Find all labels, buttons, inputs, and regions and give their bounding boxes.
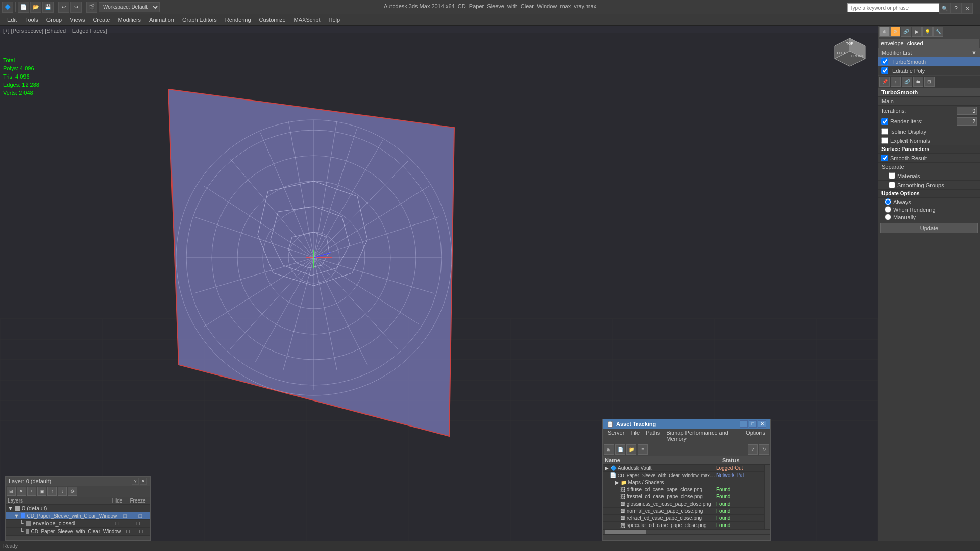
manually-radio[interactable]	[885, 214, 891, 220]
viewport[interactable]: [+] [Perspective] [Shaded + Edged Faces]…	[0, 26, 878, 551]
menu-animation[interactable]: Animation	[145, 16, 178, 24]
explicit-normals-label: Explicit Normals	[890, 138, 930, 144]
menu-group[interactable]: Group	[42, 16, 66, 24]
layer-scrollbar[interactable]	[6, 535, 150, 540]
create-panel-btn[interactable]: ⊕	[879, 27, 890, 37]
smooth-result-checkbox[interactable]	[881, 155, 888, 161]
modifier-editable-poly-checkbox[interactable]	[881, 67, 888, 74]
asset-close-btn[interactable]: ✕	[758, 420, 766, 428]
when-rendering-radio[interactable]	[885, 206, 891, 213]
render-iters-input[interactable]	[957, 117, 977, 126]
asset-tb-4[interactable]: ≡	[638, 444, 648, 455]
motion-btn[interactable]: ▶	[912, 27, 922, 37]
render-btn[interactable]: 🎬	[86, 2, 97, 13]
render-iters-checkbox[interactable]	[881, 118, 888, 125]
right-panel: ⊕ ⚙ 🔗 ▶ 💡 🔧 Modifier List ▼ TurboSmooth …	[878, 26, 980, 551]
asset-maximize-btn[interactable]: □	[749, 420, 757, 428]
menu-maxscript[interactable]: MAXScript	[290, 16, 325, 24]
list-item[interactable]: ▶ 📁 Maps / Shaders	[603, 479, 764, 486]
modifier-list-dropdown-icon[interactable]: ▼	[971, 49, 977, 56]
collapse-btn[interactable]: ⊟	[924, 77, 935, 87]
list-item[interactable]: 🖼 diffuse_cd_case_pape_close.png Found	[603, 486, 764, 493]
layer-delete-btn[interactable]: ✕	[17, 487, 26, 496]
undo-btn[interactable]: ↩	[58, 2, 69, 13]
layer-close-btn[interactable]: ✕	[140, 478, 147, 485]
asset-tb-1[interactable]: ⊞	[604, 444, 614, 455]
display-btn[interactable]: 💡	[922, 27, 933, 37]
explicit-normals-checkbox[interactable]	[881, 137, 888, 144]
list-item[interactable]: 🖼 specular_cd_case_pape_close.png Found	[603, 522, 764, 529]
asset-minimize-btn[interactable]: —	[740, 420, 748, 428]
new-btn[interactable]: 📄	[18, 2, 29, 13]
help-icon[interactable]: ?	[950, 3, 962, 14]
move-modifier-btn[interactable]: ↕	[891, 77, 901, 87]
mirror-btn[interactable]: ⇆	[913, 77, 923, 87]
menu-create[interactable]: Create	[89, 16, 114, 24]
asset-menu-server[interactable]: Server	[605, 429, 627, 442]
list-item[interactable]: 🖼 fresnel_cd_case_pape_close.png Found	[603, 493, 764, 500]
asset-menu-options[interactable]: Options	[743, 429, 768, 442]
layer-add-btn[interactable]: +	[27, 487, 36, 496]
layer-settings-btn[interactable]: ⚙	[68, 487, 77, 496]
close-btn[interactable]: ✕	[962, 3, 973, 14]
app-icon[interactable]: 🔷	[2, 2, 13, 13]
asset-menu-bitmap[interactable]: Bitmap Performance and Memory	[663, 429, 743, 442]
modifier-item-turbosmooth[interactable]: TurboSmooth	[878, 57, 980, 66]
search-input[interactable]	[847, 3, 939, 12]
workspace-dropdown[interactable]: Workspace: Default	[99, 2, 160, 12]
redo-btn[interactable]: ↪	[70, 2, 82, 13]
layer-help-btn[interactable]: ?	[132, 478, 139, 485]
svg-text:FRONT: FRONT	[851, 54, 864, 58]
list-item[interactable]: 🖼 normal_cd_case_pape_close.png Found	[603, 508, 764, 515]
layer-panel-title: Layer: 0 (default) ? ✕	[6, 477, 150, 486]
menu-rendering[interactable]: Rendering	[221, 16, 255, 24]
nav-cube[interactable]: TOP LEFT FRONT	[832, 36, 868, 71]
list-item[interactable]: ▼ 0 (default) — —	[6, 505, 150, 512]
list-item[interactable]: ▼ CD_Paper_Sleeve_with_Clear_Window □ □	[6, 512, 150, 520]
asset-scrollbar-v[interactable]	[764, 465, 770, 529]
asset-menu-file[interactable]: File	[627, 429, 643, 442]
layer-select-btn[interactable]: ▣	[37, 487, 46, 496]
update-button[interactable]: Update	[880, 223, 978, 233]
layer-move-down-btn[interactable]: ↓	[58, 487, 67, 496]
always-radio[interactable]	[885, 198, 891, 205]
modify-panel-btn[interactable]: ⚙	[890, 27, 900, 37]
pin-btn[interactable]: 📌	[879, 77, 890, 87]
asset-menu-paths[interactable]: Paths	[643, 429, 663, 442]
asset-tb-refresh[interactable]: ↻	[759, 444, 769, 455]
asset-scrollbar-h[interactable]	[603, 529, 770, 534]
right-panel-top-icons: ⊕ ⚙ 🔗 ▶ 💡 🔧	[878, 26, 980, 38]
list-item[interactable]: 📄 CD_Paper_Sleeve_with_Clear_Window_max_…	[603, 472, 764, 479]
open-btn[interactable]: 📂	[30, 2, 41, 13]
materials-checkbox[interactable]	[889, 172, 895, 179]
link-btn[interactable]: 🔗	[902, 77, 912, 87]
search-btn[interactable]: 🔍	[939, 3, 950, 14]
list-item[interactable]: └ envelope_closed □ □	[6, 520, 150, 528]
asset-tb-2[interactable]: 📄	[615, 444, 625, 455]
hierarchy-btn[interactable]: 🔗	[901, 27, 911, 37]
list-item[interactable]: ▶ 🔷 Autodesk Vault Logged Out	[603, 465, 764, 472]
utilities-btn[interactable]: 🔧	[933, 27, 943, 37]
menu-modifiers[interactable]: Modifiers	[114, 16, 145, 24]
modifier-turbosmooth-checkbox[interactable]	[881, 58, 888, 65]
asset-tb-3[interactable]: 📁	[626, 444, 636, 455]
modifier-item-editable-poly[interactable]: Editable Poly	[878, 66, 980, 76]
save-btn[interactable]: 💾	[42, 2, 54, 13]
iterations-input[interactable]	[957, 107, 977, 115]
turbosmooth-section-title: TurboSmooth	[878, 88, 980, 97]
isoline-checkbox[interactable]	[881, 128, 888, 135]
smoothing-groups-checkbox[interactable]	[889, 182, 895, 188]
modifier-name-input[interactable]	[878, 38, 980, 48]
menu-views[interactable]: Views	[66, 16, 89, 24]
layer-create-btn[interactable]: ⊞	[7, 487, 16, 496]
list-item[interactable]: 🖼 glossiness_cd_case_pape_close.png Foun…	[603, 500, 764, 508]
menu-customize[interactable]: Customize	[255, 16, 290, 24]
menu-tools[interactable]: Tools	[21, 16, 42, 24]
list-item[interactable]: └ CD_Paper_Sleeve_with_Clear_Window □ □	[6, 528, 150, 535]
menu-edit[interactable]: Edit	[3, 16, 21, 24]
list-item[interactable]: 🖼 refract_cd_case_pape_close.png Found	[603, 515, 764, 522]
layer-move-btn[interactable]: ↑	[47, 487, 57, 496]
asset-tb-help[interactable]: ?	[748, 444, 758, 455]
menu-help[interactable]: Help	[325, 16, 345, 24]
menu-graph-editors[interactable]: Graph Editors	[178, 16, 221, 24]
